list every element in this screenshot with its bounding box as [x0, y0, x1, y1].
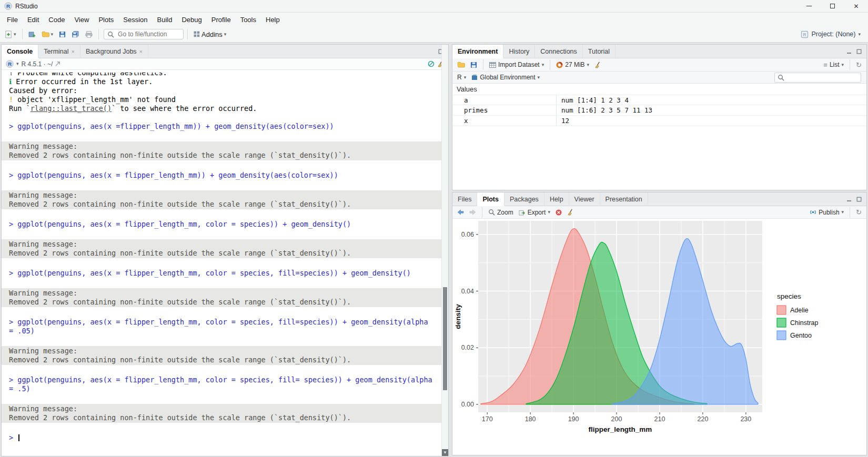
menu-tools[interactable]: Tools — [236, 14, 261, 26]
console-tab-terminal[interactable]: Terminal× — [38, 45, 80, 58]
environment-selector[interactable]: Global Environment ▾ — [470, 73, 541, 82]
environment-tab-history[interactable]: History — [503, 45, 535, 58]
environment-search-box[interactable] — [774, 73, 861, 83]
new-project-button[interactable] — [26, 29, 38, 39]
menu-profile[interactable]: Profile — [207, 14, 236, 26]
minimize-pane-icon[interactable] — [846, 49, 852, 54]
broom-icon — [594, 62, 601, 68]
console-scrollbar[interactable]: ▼ — [441, 45, 448, 456]
scrollbar-thumb[interactable] — [443, 287, 447, 390]
maximize-pane-icon[interactable] — [856, 197, 862, 202]
save-all-button[interactable] — [69, 29, 82, 39]
menu-help[interactable]: Help — [261, 14, 285, 26]
clear-plots-button[interactable] — [566, 208, 576, 217]
plots-tab-files[interactable]: Files — [452, 192, 477, 206]
menu-debug[interactable]: Debug — [177, 14, 206, 26]
plots-tab-viewer[interactable]: Viewer — [569, 192, 600, 206]
project-menu-button[interactable]: R Project: (None) ▾ — [801, 31, 865, 38]
zoom-plot-button[interactable]: Zoom — [487, 208, 515, 217]
console-clipped-line: ! Problem while computing aesthetics. — [2, 73, 448, 77]
plots-tab-presentation[interactable]: Presentation — [600, 192, 648, 206]
console-warning-line: Removed 2 rows containing non-finite out… — [9, 356, 435, 364]
tab-close-icon[interactable]: × — [139, 48, 143, 55]
title-bar: R RStudio ✕ — [0, 0, 868, 13]
print-button[interactable] — [83, 29, 95, 39]
legend-title: species — [777, 292, 801, 300]
console-warning-line: Removed 2 rows containing non-finite out… — [9, 151, 435, 160]
refresh-environment-button[interactable]: ↻ — [854, 60, 863, 69]
environment-tab-environment[interactable]: Environment — [452, 45, 503, 58]
environment-search-input[interactable] — [786, 73, 855, 82]
tab-label: Background Jobs — [86, 48, 137, 55]
console-warning-line: Warning message: — [9, 191, 435, 200]
goto-file-input[interactable] — [117, 30, 179, 38]
menu-view[interactable]: View — [69, 14, 94, 26]
menu-edit[interactable]: Edit — [23, 14, 44, 26]
goto-file-box[interactable] — [104, 29, 184, 39]
environment-tab-tutorial[interactable]: Tutorial — [583, 45, 615, 58]
menu-session[interactable]: Session — [118, 14, 152, 26]
addins-button[interactable]: Addins ▾ — [191, 29, 228, 40]
last-trace-link[interactable]: rlang::last_trace() — [31, 104, 112, 113]
environment-tab-connections[interactable]: Connections — [535, 45, 583, 58]
minimize-pane-icon[interactable] — [846, 197, 852, 202]
remove-plot-button[interactable] — [554, 208, 563, 217]
tab-close-icon[interactable]: × — [72, 48, 75, 55]
toolbar-separator — [483, 59, 483, 70]
console-blank-line — [2, 336, 448, 344]
maximize-pane-icon[interactable] — [856, 49, 862, 54]
console-output[interactable]: ! Problem while computing aesthetics.ℹ E… — [2, 70, 448, 456]
plots-tab-plots[interactable]: Plots — [477, 192, 504, 206]
language-selector[interactable]: R ▾ — [456, 73, 468, 82]
minimize-button[interactable] — [797, 0, 821, 12]
import-dataset-button[interactable]: Import Dataset ▾ — [488, 60, 546, 69]
console-warning-block: Warning message:Removed 2 rows containin… — [2, 141, 448, 160]
environment-pane: EnvironmentHistoryConnectionsTutorial Im… — [452, 44, 867, 190]
menu-file[interactable]: File — [2, 14, 23, 26]
export-plot-button[interactable]: Export ▾ — [517, 208, 552, 217]
tab-label: Viewer — [574, 196, 594, 203]
console-tab-background-jobs[interactable]: Background Jobs× — [80, 45, 148, 58]
console-blank-line — [2, 162, 448, 171]
plots-tab-help[interactable]: Help — [544, 192, 569, 206]
maximize-button[interactable] — [821, 0, 844, 12]
list-view-button[interactable]: ≡ List ▾ — [822, 60, 845, 69]
open-in-new-icon[interactable] — [55, 62, 60, 66]
window-title: RStudio — [15, 3, 38, 10]
previous-plot-button[interactable] — [456, 208, 466, 216]
new-file-button[interactable]: ▾ — [3, 29, 18, 40]
console-command: > ggplot(penguins, aes(x = flipper_lengt… — [2, 269, 448, 278]
close-button[interactable]: ✕ — [844, 0, 868, 12]
menu-plots[interactable]: Plots — [94, 14, 118, 26]
y-tick-label: 0.06 — [461, 231, 474, 238]
legend-label-gentoo: Gentoo — [790, 332, 812, 339]
session-suspend-icon[interactable] — [428, 60, 435, 67]
scroll-down-button[interactable]: ▼ — [442, 449, 448, 456]
console-command: > ggplot(penguins, aes(x = flipper_lengt… — [2, 318, 448, 336]
console-warning-line: Warning message: — [9, 347, 435, 356]
legend-label-adelie: Adelie — [790, 307, 809, 314]
publish-button[interactable]: Publish ▾ — [808, 208, 845, 217]
menu-build[interactable]: Build — [153, 14, 177, 26]
load-workspace-button[interactable] — [456, 60, 467, 69]
menu-code[interactable]: Code — [44, 14, 69, 26]
remove-plot-icon — [556, 209, 562, 216]
load-workspace-icon — [457, 62, 465, 68]
open-file-button[interactable]: ▾ — [39, 29, 56, 39]
console-tab-console[interactable]: Console — [2, 45, 38, 58]
variable-value: num [1:4] 1 2 3 4 — [557, 95, 629, 105]
memory-usage-button[interactable]: 27 MiB ▾ — [554, 60, 591, 69]
memory-usage-label: 27 MiB — [565, 61, 584, 68]
save-workspace-button[interactable] — [469, 60, 479, 69]
tab-label: History — [509, 48, 529, 55]
caret-down-icon: ▾ — [548, 210, 550, 215]
refresh-plot-button[interactable]: ↻ — [854, 208, 863, 217]
refresh-icon: ↻ — [856, 209, 862, 216]
toolbar-separator — [22, 29, 23, 39]
caret-down-icon: ▾ — [14, 32, 16, 37]
plots-tab-packages[interactable]: Packages — [504, 192, 544, 206]
next-plot-button[interactable] — [468, 208, 478, 216]
save-button[interactable] — [57, 29, 68, 39]
clear-environment-button[interactable] — [593, 60, 603, 69]
caret-down-icon[interactable]: ▾ — [16, 62, 19, 66]
